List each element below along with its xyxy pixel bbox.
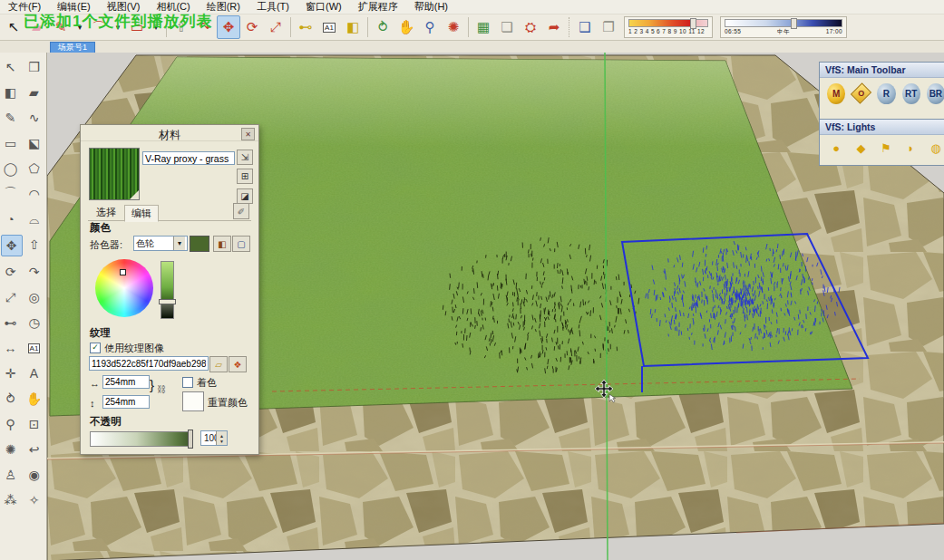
link-chain-icon[interactable]: ⛓ (157, 384, 166, 394)
position-camera-icon[interactable]: ♙ (1, 465, 21, 485)
edit-texture-icon[interactable]: ❖ (229, 356, 247, 372)
tab-select[interactable]: 选择 (90, 205, 122, 220)
reset-color-swatch[interactable] (182, 391, 204, 411)
pushpull-tool-icon[interactable]: ⇧ (24, 235, 44, 255)
text-tool-icon[interactable]: A1 (24, 338, 44, 358)
zoom-tool-button[interactable]: ⚲ (418, 15, 442, 39)
texture-filename-input[interactable] (89, 356, 209, 371)
menu-help[interactable]: 帮助(H) (406, 0, 456, 14)
shadow-time-strip[interactable] (725, 19, 842, 27)
rotate-tool-button[interactable]: ⟳ (240, 15, 264, 39)
material-name-input[interactable] (142, 151, 235, 165)
create-material-icon[interactable]: ⊞ (237, 169, 253, 184)
browse-texture-icon[interactable]: ▱ (209, 356, 228, 372)
axes-tool-icon[interactable]: ✛ (1, 363, 21, 383)
shadow-date-strip[interactable] (628, 19, 708, 27)
match-screen-color-icon[interactable]: ▢ (232, 236, 250, 252)
opacity-slider-knob[interactable] (188, 430, 193, 449)
followme-tool-icon[interactable]: ↷ (24, 262, 44, 282)
white-page-button[interactable]: ❐ (597, 15, 620, 39)
secondary-pane-icon[interactable]: ⇲ (237, 150, 253, 165)
rectangle-tool-icon[interactable]: ▭ (1, 133, 21, 153)
engine-button[interactable]: ⛭ (519, 15, 542, 39)
omni-light-icon[interactable]: ● (827, 138, 845, 158)
three-point-arc-icon[interactable]: ⌓ (24, 209, 44, 229)
offset-tool-icon[interactable]: ◎ (24, 287, 44, 307)
picker-dropdown[interactable]: 色轮 ▾ (133, 236, 188, 251)
photos-button[interactable]: ❏ (495, 15, 519, 39)
vfs-lights-title[interactable]: VfS: Lights (820, 120, 944, 135)
move-tool-icon[interactable]: ✥ (1, 235, 23, 256)
opacity-spinbox[interactable]: 100 ▲▼ (200, 430, 228, 446)
zoom-extents-button[interactable]: ✺ (442, 15, 465, 39)
paint-bucket-button[interactable]: ◧ (341, 15, 365, 39)
zoom-tool-icon[interactable]: ⚲ (1, 414, 21, 434)
close-icon[interactable]: ✕ (241, 128, 255, 140)
export-button[interactable]: ➦ (542, 15, 566, 39)
scale-tool-button[interactable]: ⤢ (264, 15, 287, 39)
polygon-tool-icon[interactable]: ⬠ (24, 159, 44, 179)
vray-material-editor-button[interactable]: M (827, 83, 845, 104)
make-component-icon[interactable]: ❒ (24, 57, 44, 77)
3d-text-icon[interactable]: A (24, 363, 44, 383)
select-tool-button[interactable]: ↖ (2, 15, 25, 39)
current-color-swatch[interactable] (190, 236, 209, 252)
value-slider[interactable] (161, 261, 174, 319)
menu-window[interactable]: 窗口(W) (297, 0, 350, 14)
dimension-tool-icon[interactable]: ↔ (1, 338, 21, 358)
default-material-icon[interactable]: ◪ (237, 188, 253, 204)
zoom-window-icon[interactable]: ⊡ (24, 414, 44, 434)
model-info-button[interactable]: ❑ (573, 15, 597, 39)
material-preview-thumbnail[interactable] (89, 148, 140, 200)
date-slider-knob[interactable] (690, 18, 696, 29)
pie-tool-icon[interactable]: ◔ (1, 209, 21, 229)
texture-height-input[interactable] (102, 395, 150, 409)
color-wheel[interactable] (95, 259, 153, 317)
two-point-arc-icon[interactable]: ◠ (24, 184, 44, 204)
circle-tool-icon[interactable]: ◯ (1, 159, 21, 179)
tape-measure-icon[interactable]: ⊷ (1, 313, 21, 333)
materials-dialog[interactable]: 材料 ✕ ⇲ ⊞ ◪ 选择 编辑 ✐ 颜色 拾色器: 色轮 ▾ ◧ ▢ 纹理 ✓… (80, 124, 259, 455)
vray-rt-render-button[interactable]: RT (902, 83, 920, 104)
pan-tool-icon[interactable]: ✋ (24, 389, 44, 409)
menu-tools[interactable]: 工具(T) (248, 0, 297, 14)
texture-width-input[interactable] (102, 375, 150, 389)
chevron-down-icon[interactable]: ▾ (173, 237, 185, 250)
use-texture-checkbox[interactable]: ✓ (90, 343, 101, 353)
paint-bucket-icon[interactable]: ◧ (1, 82, 21, 102)
colorize-checkbox[interactable] (182, 377, 193, 388)
vfs-main-toolbar-panel[interactable]: VfS: Main Toolbar M O R RT BR (819, 62, 944, 120)
color-wheel-selector[interactable] (120, 269, 126, 275)
vray-render-button[interactable]: R (877, 83, 895, 104)
eraser-icon[interactable]: ▰ (24, 82, 44, 102)
match-model-color-icon[interactable]: ◧ (213, 236, 231, 252)
line-tool-icon[interactable]: ✎ (1, 108, 21, 128)
protractor-icon[interactable]: ◷ (24, 313, 44, 333)
shadow-date-slider[interactable]: 1 2 3 4 5 6 7 8 9 10 11 12 (624, 16, 713, 38)
vray-batch-render-button[interactable]: BR (927, 83, 944, 104)
value-slider-knob[interactable] (159, 299, 176, 304)
look-around-icon[interactable]: ◉ (24, 465, 44, 485)
section-plane-icon[interactable]: ✧ (24, 490, 44, 510)
vray-options-button[interactable]: O (852, 82, 871, 104)
opacity-slider[interactable] (90, 431, 193, 447)
spot-light-icon[interactable]: ⚑ (877, 138, 895, 158)
text-tool-button[interactable]: A1 (317, 15, 341, 39)
freehand-tool-icon[interactable]: ∿ (24, 108, 44, 128)
eyedropper-icon[interactable]: ✐ (233, 203, 249, 219)
move-tool-button[interactable]: ✥ (217, 15, 240, 39)
zoom-extents-icon[interactable]: ✺ (1, 439, 21, 459)
tab-edit[interactable]: 编辑 (124, 205, 159, 222)
vfs-main-toolbar-title[interactable]: VfS: Main Toolbar (820, 63, 944, 78)
tape-measure-button[interactable]: ⊷ (294, 15, 317, 39)
image-button[interactable]: ▦ (472, 15, 495, 39)
orbit-tool-icon[interactable]: ⥁ (1, 389, 21, 409)
pan-tool-button[interactable]: ✋ (394, 15, 418, 39)
dome-light-icon[interactable]: ◗ (901, 138, 920, 158)
rectangle-light-icon[interactable]: ◆ (852, 138, 870, 158)
walk-tool-icon[interactable]: ⁂ (1, 490, 21, 510)
rotate-tool-icon[interactable]: ⟳ (1, 262, 21, 282)
orbit-tool-button[interactable]: ⥁ (371, 15, 394, 39)
scale-tool-icon[interactable]: ⤢ (1, 287, 21, 307)
zoom-previous-icon[interactable]: ↩ (24, 439, 44, 459)
